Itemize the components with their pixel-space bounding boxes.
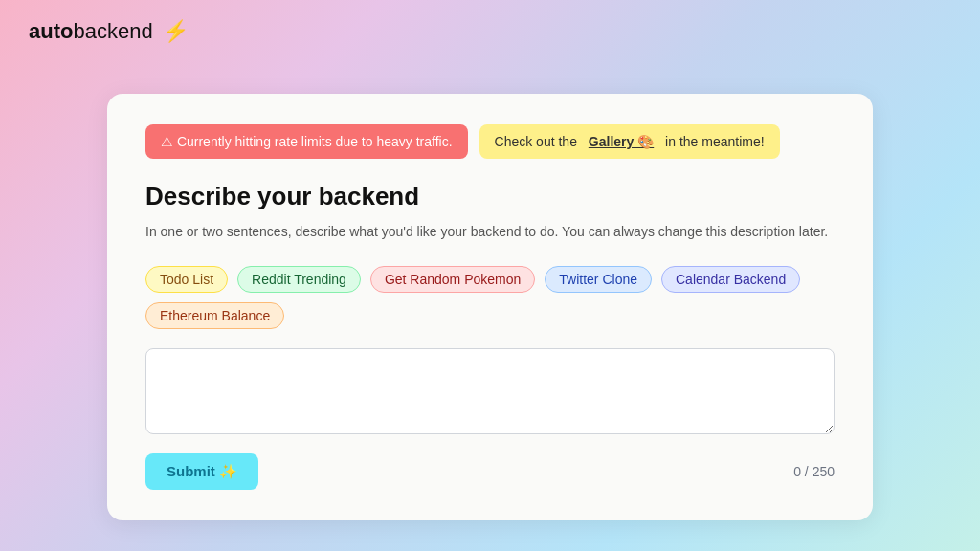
tags-row: Todo List Reddit Trending Get Random Pok… [145, 266, 835, 329]
alert-error-text: ⚠ Currently hitting rate limits due to h… [161, 134, 453, 149]
logo-icon: ⚡ [163, 19, 189, 43]
tag-calendar-backend[interactable]: Calendar Backend [661, 266, 800, 293]
section-desc: In one or two sentences, describe what y… [145, 221, 835, 242]
main-content: ⚠ Currently hitting rate limits due to h… [0, 63, 980, 551]
card: ⚠ Currently hitting rate limits due to h… [107, 94, 873, 519]
submit-button[interactable]: Submit ✨ [145, 453, 258, 490]
alert-info-prefix: Check out the [495, 134, 577, 149]
logo: autobackend ⚡ [29, 19, 951, 44]
footer-row: Submit ✨ 0 / 250 [145, 453, 835, 490]
section-title: Describe your backend [145, 182, 835, 211]
logo-regular: backend [73, 19, 152, 43]
gallery-link[interactable]: Gallery 🎨 [589, 134, 654, 149]
description-textarea[interactable] [145, 348, 835, 434]
alert-info: Check out the Gallery 🎨 in the meantime! [479, 124, 780, 159]
tag-twitter-clone[interactable]: Twitter Clone [545, 266, 652, 293]
alert-row: ⚠ Currently hitting rate limits due to h… [145, 124, 835, 159]
alert-info-suffix: in the meantime! [665, 134, 765, 149]
char-count: 0 / 250 [793, 464, 835, 479]
tag-get-random-pokemon[interactable]: Get Random Pokemon [370, 266, 535, 293]
textarea-wrapper [145, 348, 835, 438]
tag-todo-list[interactable]: Todo List [145, 266, 228, 293]
tag-reddit-trending[interactable]: Reddit Trending [237, 266, 361, 293]
header: autobackend ⚡ [0, 0, 980, 63]
tag-ethereum-balance[interactable]: Ethereum Balance [145, 302, 284, 329]
alert-error: ⚠ Currently hitting rate limits due to h… [145, 124, 468, 159]
logo-bold: auto [29, 19, 73, 43]
